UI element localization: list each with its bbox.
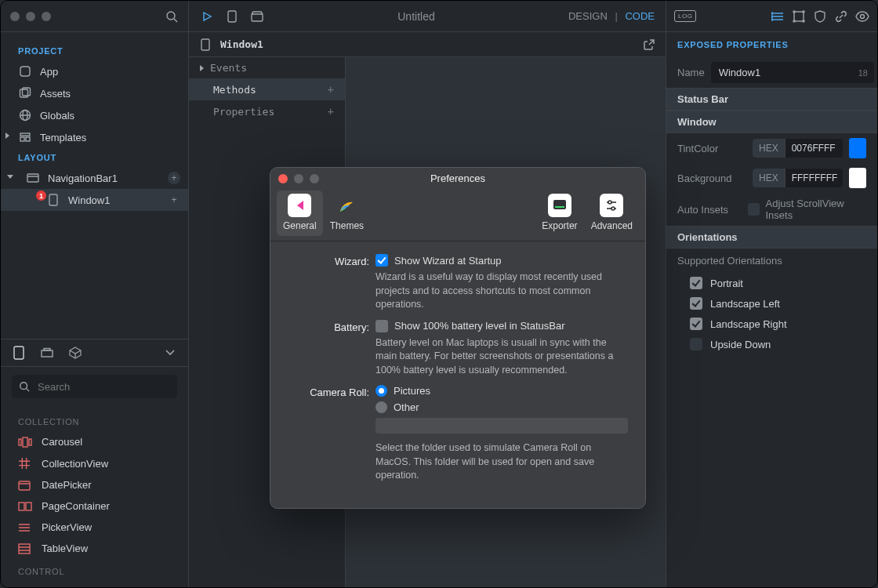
dialog-traffic-lights[interactable] [278, 174, 319, 183]
camera-radio-other[interactable]: Other [376, 401, 628, 413]
link-icon[interactable] [834, 9, 848, 24]
svg-rect-50 [19, 544, 30, 554]
dialog-max-icon[interactable] [310, 174, 319, 183]
add-icon[interactable]: + [328, 83, 334, 96]
globals-icon [18, 108, 32, 122]
layout-item-nav[interactable]: NavigationBar1 + [1, 167, 188, 189]
tint-field[interactable]: HEX [753, 139, 843, 158]
play-icon[interactable] [200, 9, 214, 24]
camera-radio-pictures[interactable]: Pictures [376, 385, 628, 397]
lib-item-pickerview[interactable]: PickerView [1, 517, 188, 538]
section-statusbar[interactable]: Status Bar [666, 88, 877, 111]
pref-tab-themes[interactable]: Themes [324, 191, 370, 236]
project-item-globals[interactable]: Globals [1, 104, 188, 126]
outline-events[interactable]: Events [189, 57, 345, 78]
orient-label: Landscape Left [710, 298, 780, 310]
bg-label: Background [677, 172, 746, 184]
radio[interactable] [376, 401, 387, 413]
code-mode[interactable]: CODE [625, 10, 655, 22]
project-item-assets[interactable]: Assets [1, 82, 188, 104]
search-icon[interactable] [165, 9, 179, 24]
autoinsets-checkbox[interactable] [748, 203, 760, 216]
lib-tab-layers-icon[interactable] [40, 346, 54, 360]
layout-item-window[interactable]: 1 Window1 + [1, 189, 188, 211]
add-icon[interactable]: + [328, 105, 334, 118]
dialog-title: Preferences [319, 172, 597, 184]
traffic-close[interactable] [10, 12, 20, 21]
tab-label: Advanced [591, 220, 633, 231]
lib-tab-3d-icon[interactable] [68, 346, 82, 360]
svg-rect-4 [252, 14, 263, 21]
pref-tab-exporter[interactable]: Exporter [535, 191, 583, 236]
bg-input[interactable] [785, 169, 843, 187]
shield-icon[interactable] [813, 9, 827, 24]
outline-methods[interactable]: Methods + [189, 78, 345, 100]
pref-tab-advanced[interactable]: Advanced [585, 191, 639, 236]
section-orientations[interactable]: Orientations [666, 226, 877, 249]
log-button[interactable]: LOG [674, 10, 696, 22]
section-window[interactable]: Window [666, 111, 877, 133]
lib-item-tableview[interactable]: TableView [1, 538, 188, 559]
outline-label: Properties [213, 106, 274, 118]
checkbox[interactable] [690, 277, 702, 289]
lib-item-datepicker[interactable]: DatePicker [1, 474, 188, 495]
orient-landscape-left[interactable]: Landscape Left [666, 293, 877, 314]
lib-tab-views-icon[interactable] [12, 346, 26, 360]
document-title: Untitled [275, 10, 557, 23]
checkbox[interactable] [690, 297, 702, 310]
list-icon[interactable] [771, 9, 785, 24]
lib-item-collectionview[interactable]: CollectionView [1, 452, 188, 474]
bounds-icon[interactable] [792, 9, 806, 24]
outline-properties[interactable]: Properties + [189, 100, 345, 122]
eye-icon[interactable] [855, 9, 869, 24]
traffic-min[interactable] [26, 12, 35, 21]
checkbox[interactable] [690, 338, 702, 350]
add-icon[interactable]: + [168, 194, 180, 206]
orient-landscape-right[interactable]: Landscape Right [666, 314, 877, 334]
advanced-icon [600, 194, 623, 217]
wizard-checkbox-row[interactable]: Show Wizard at Startup [376, 254, 628, 267]
lib-label: PickerView [42, 521, 92, 533]
lib-item-carousel[interactable]: Carousel [1, 431, 188, 452]
traffic-max[interactable] [42, 12, 51, 21]
checkbox[interactable] [376, 254, 388, 267]
bg-field[interactable]: HEX [753, 169, 843, 187]
grid-icon [18, 457, 32, 470]
project-item-app[interactable]: App [1, 60, 188, 82]
camera-path-field[interactable] [376, 418, 628, 434]
checkbox[interactable] [376, 320, 388, 332]
bg-swatch[interactable] [849, 168, 866, 188]
traffic-lights[interactable] [10, 12, 51, 21]
outline-label: Methods [213, 84, 256, 96]
design-mode[interactable]: DESIGN [568, 10, 608, 22]
svg-rect-53 [201, 39, 209, 50]
tint-input[interactable] [785, 139, 843, 158]
archive-icon[interactable] [250, 9, 264, 24]
add-icon[interactable]: + [168, 172, 180, 184]
checkbox[interactable] [690, 318, 702, 330]
device-icon[interactable] [225, 9, 239, 24]
prop-background: Background HEX [666, 163, 877, 193]
dialog-close-icon[interactable] [278, 174, 288, 183]
tree-label: Templates [40, 132, 86, 143]
prop-name-label: Name [677, 67, 705, 78]
orient-upside-down[interactable]: Upside Down [666, 334, 877, 354]
window-icon [198, 38, 212, 52]
lib-item-pagecontainer[interactable]: PageContainer [1, 495, 188, 517]
svg-rect-28 [49, 194, 57, 205]
name-input[interactable] [717, 66, 852, 79]
svg-rect-12 [793, 10, 796, 13]
chevron-down-icon[interactable] [163, 346, 177, 360]
prop-name-field[interactable]: 18 [711, 62, 874, 83]
search-input[interactable] [36, 380, 171, 394]
nav-icon [26, 171, 40, 185]
radio[interactable] [376, 385, 387, 397]
orient-portrait[interactable]: Portrait [666, 273, 877, 293]
pref-tab-general[interactable]: General [277, 191, 323, 236]
popout-icon[interactable] [642, 38, 656, 52]
battery-checkbox-row[interactable]: Show 100% battery level in StatusBar [376, 320, 628, 332]
dialog-min-icon[interactable] [294, 174, 303, 183]
library-search[interactable] [12, 375, 177, 398]
project-item-templates[interactable]: Templates [1, 126, 188, 148]
tint-swatch[interactable] [849, 138, 866, 158]
